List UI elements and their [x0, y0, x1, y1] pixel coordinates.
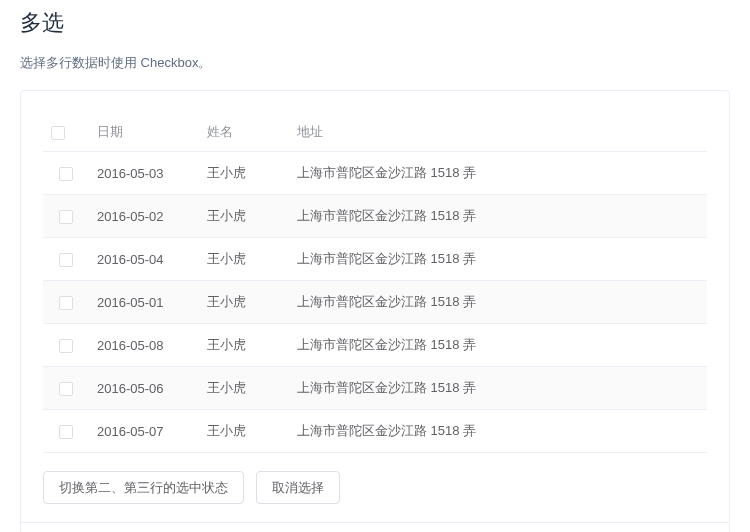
cell-address: 上海市普陀区金沙江路 1518 弄	[289, 410, 707, 453]
row-checkbox-cell	[43, 410, 89, 453]
cell-name: 王小虎	[199, 152, 289, 195]
cell-address: 上海市普陀区金沙江路 1518 弄	[289, 281, 707, 324]
cell-date: 2016-05-02	[89, 195, 199, 238]
demo-content: 日期 姓名 地址 2016-05-03王小虎上海市普陀区金沙江路 1518 弄2…	[21, 91, 729, 522]
table-row: 2016-05-01王小虎上海市普陀区金沙江路 1518 弄	[43, 281, 707, 324]
toggle-selection-button[interactable]: 切换第二、第三行的选中状态	[43, 471, 244, 504]
row-checkbox-cell	[43, 238, 89, 281]
header-address: 地址	[289, 113, 707, 152]
header-name: 姓名	[199, 113, 289, 152]
row-checkbox-cell	[43, 152, 89, 195]
table-row: 2016-05-07王小虎上海市普陀区金沙江路 1518 弄	[43, 410, 707, 453]
cell-name: 王小虎	[199, 324, 289, 367]
table-row: 2016-05-08王小虎上海市普陀区金沙江路 1518 弄	[43, 324, 707, 367]
row-checkbox[interactable]	[59, 425, 73, 439]
cell-address: 上海市普陀区金沙江路 1518 弄	[289, 195, 707, 238]
cell-address: 上海市普陀区金沙江路 1518 弄	[289, 238, 707, 281]
cell-date: 2016-05-01	[89, 281, 199, 324]
row-checkbox-cell	[43, 195, 89, 238]
cell-date: 2016-05-08	[89, 324, 199, 367]
row-checkbox[interactable]	[59, 296, 73, 310]
row-checkbox[interactable]	[59, 167, 73, 181]
row-checkbox-cell	[43, 281, 89, 324]
cell-address: 上海市普陀区金沙江路 1518 弄	[289, 324, 707, 367]
button-row: 切换第二、第三行的选中状态 取消选择	[43, 471, 707, 504]
section-description: 选择多行数据时使用 Checkbox。	[20, 54, 730, 72]
cell-date: 2016-05-07	[89, 410, 199, 453]
row-checkbox[interactable]	[59, 382, 73, 396]
row-checkbox[interactable]	[59, 253, 73, 267]
row-checkbox[interactable]	[59, 339, 73, 353]
cell-name: 王小虎	[199, 410, 289, 453]
table-row: 2016-05-03王小虎上海市普陀区金沙江路 1518 弄	[43, 152, 707, 195]
cell-date: 2016-05-04	[89, 238, 199, 281]
table-row: 2016-05-04王小虎上海市普陀区金沙江路 1518 弄	[43, 238, 707, 281]
cell-date: 2016-05-03	[89, 152, 199, 195]
cell-address: 上海市普陀区金沙江路 1518 弄	[289, 367, 707, 410]
table-row: 2016-05-06王小虎上海市普陀区金沙江路 1518 弄	[43, 367, 707, 410]
cell-name: 王小虎	[199, 238, 289, 281]
demo-block: 日期 姓名 地址 2016-05-03王小虎上海市普陀区金沙江路 1518 弄2…	[20, 90, 730, 532]
table-row: 2016-05-02王小虎上海市普陀区金沙江路 1518 弄	[43, 195, 707, 238]
multi-select-table: 日期 姓名 地址 2016-05-03王小虎上海市普陀区金沙江路 1518 弄2…	[43, 113, 707, 453]
row-checkbox[interactable]	[59, 210, 73, 224]
header-date: 日期	[89, 113, 199, 152]
header-checkbox-cell	[43, 113, 89, 152]
row-checkbox-cell	[43, 324, 89, 367]
cell-address: 上海市普陀区金沙江路 1518 弄	[289, 152, 707, 195]
table-body: 2016-05-03王小虎上海市普陀区金沙江路 1518 弄2016-05-02…	[43, 152, 707, 453]
row-checkbox-cell	[43, 367, 89, 410]
demo-block-control[interactable]: 显示代码 在线运行	[21, 522, 729, 532]
cell-name: 王小虎	[199, 367, 289, 410]
cell-name: 王小虎	[199, 281, 289, 324]
select-all-checkbox[interactable]	[51, 126, 65, 140]
clear-selection-button[interactable]: 取消选择	[256, 471, 340, 504]
table-header-row: 日期 姓名 地址	[43, 113, 707, 152]
cell-date: 2016-05-06	[89, 367, 199, 410]
section-title: 多选	[20, 0, 730, 42]
cell-name: 王小虎	[199, 195, 289, 238]
